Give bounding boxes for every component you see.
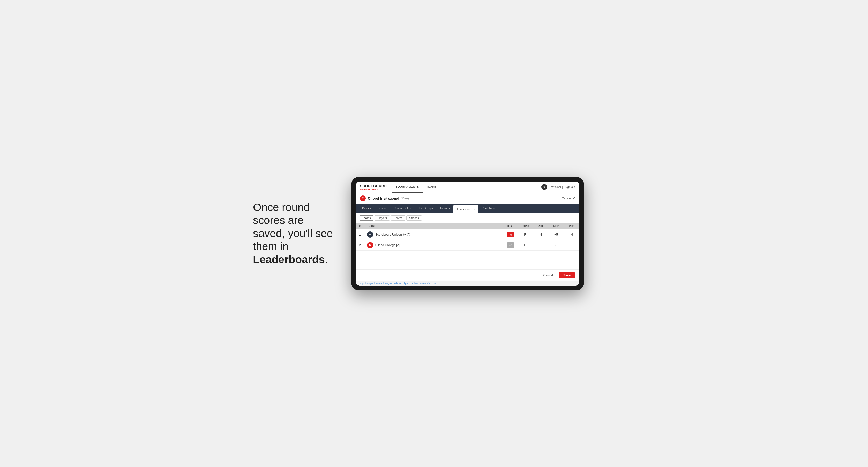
- table-body: 1 SB Scoreboard University [A] -5 F: [356, 229, 579, 251]
- logo-text: SCOREBOARD: [360, 184, 387, 188]
- nav-link-teams[interactable]: TEAMS: [423, 182, 440, 193]
- table-row: 1 SB Scoreboard University [A] -5 F: [356, 229, 579, 240]
- rank-cell: 1: [356, 229, 364, 240]
- intro-text: Once round scores are saved, you'll see …: [253, 201, 336, 266]
- tablet-screen: SCOREBOARD Powered by clippd TOURNAMENTS…: [356, 182, 579, 286]
- rd2-cell: -8: [548, 240, 564, 250]
- rd1-cell: +8: [533, 240, 548, 250]
- modal-footer: Cancel Save: [356, 270, 579, 281]
- score-badge: +3: [507, 242, 514, 248]
- team-logo: C: [367, 242, 373, 248]
- tournament-header: C Clippd Invitational (Men) Cancel ✕: [356, 193, 579, 204]
- top-nav-links: TOURNAMENTS TEAMS: [392, 182, 440, 193]
- rd1-cell: -4: [533, 229, 548, 240]
- tournament-icon: C: [360, 195, 366, 201]
- thru-cell: F: [517, 229, 533, 240]
- col-rd3: RD3: [564, 223, 579, 229]
- rd3-cell: -6: [564, 229, 579, 240]
- col-total: TOTAL: [499, 223, 517, 229]
- logo-powered: Powered by clippd: [360, 188, 387, 190]
- tab-details[interactable]: Details: [359, 204, 374, 213]
- table-row: 2 C Clippd College [A] +3 F: [356, 240, 579, 250]
- team-name: Clippd College [A]: [375, 243, 400, 247]
- table-header: # TEAM TOTAL THRU RD1 RD2 RD3: [356, 223, 579, 229]
- team-cell: C Clippd College [A]: [364, 240, 499, 250]
- tab-results[interactable]: Results: [437, 204, 454, 213]
- leaderboard-table: # TEAM TOTAL THRU RD1 RD2 RD3 1: [356, 223, 579, 251]
- team-name: Scoreboard University [A]: [375, 233, 410, 236]
- url-bar: https://stage-blue-coach.stagescoreboard…: [356, 281, 579, 286]
- top-nav-right: S Test User | Sign out: [541, 184, 575, 190]
- tab-tee-groups[interactable]: Tee Groups: [414, 204, 437, 213]
- tab-course-setup[interactable]: Course Setup: [390, 204, 414, 213]
- filter-strokes[interactable]: Strokes: [406, 215, 422, 221]
- team-logo: SB: [367, 231, 373, 238]
- team-cell: SB Scoreboard University [A]: [364, 229, 499, 240]
- sign-out-link[interactable]: Sign out: [565, 185, 575, 188]
- rd3-cell: +3: [564, 240, 579, 250]
- total-cell: +3: [499, 240, 517, 250]
- col-team: TEAM: [364, 223, 499, 229]
- tab-teams[interactable]: Teams: [374, 204, 390, 213]
- leaderboard-table-wrapper: # TEAM TOTAL THRU RD1 RD2 RD3 1: [356, 223, 579, 270]
- rank-cell: 2: [356, 240, 364, 250]
- col-rank: #: [356, 223, 364, 229]
- tablet-device: SCOREBOARD Powered by clippd TOURNAMENTS…: [351, 177, 584, 290]
- tab-leaderboards[interactable]: Leaderboards: [454, 205, 478, 213]
- total-cell: -5: [499, 229, 517, 240]
- filter-scores[interactable]: Scores: [391, 215, 405, 221]
- rd2-cell: +5: [548, 229, 564, 240]
- tab-printables[interactable]: Printables: [478, 204, 498, 213]
- filter-row: Teams Players Scores Strokes: [356, 213, 579, 223]
- nav-link-tournaments[interactable]: TOURNAMENTS: [392, 182, 423, 193]
- save-button[interactable]: Save: [559, 272, 575, 279]
- col-rd1: RD1: [533, 223, 548, 229]
- cancel-button[interactable]: Cancel: [540, 272, 557, 279]
- tournament-cancel[interactable]: Cancel ✕: [562, 196, 575, 200]
- filter-players[interactable]: Players: [374, 215, 390, 221]
- close-icon: ✕: [572, 196, 575, 200]
- col-thru: THRU: [517, 223, 533, 229]
- col-rd2: RD2: [548, 223, 564, 229]
- thru-cell: F: [517, 240, 533, 250]
- sub-nav: Details Teams Course Setup Tee Groups Re…: [356, 204, 579, 213]
- score-badge: -5: [507, 232, 514, 238]
- top-nav: SCOREBOARD Powered by clippd TOURNAMENTS…: [356, 182, 579, 193]
- tournament-subtitle: (Men): [401, 196, 409, 200]
- tournament-title: Clippd Invitational: [368, 196, 399, 200]
- user-name: Test User |: [549, 185, 562, 188]
- logo-area: SCOREBOARD Powered by clippd: [360, 184, 387, 190]
- filter-teams[interactable]: Teams: [360, 215, 373, 221]
- user-avatar: S: [541, 184, 547, 190]
- url-text: https://stage-blue-coach.stagescoreboard…: [360, 282, 436, 285]
